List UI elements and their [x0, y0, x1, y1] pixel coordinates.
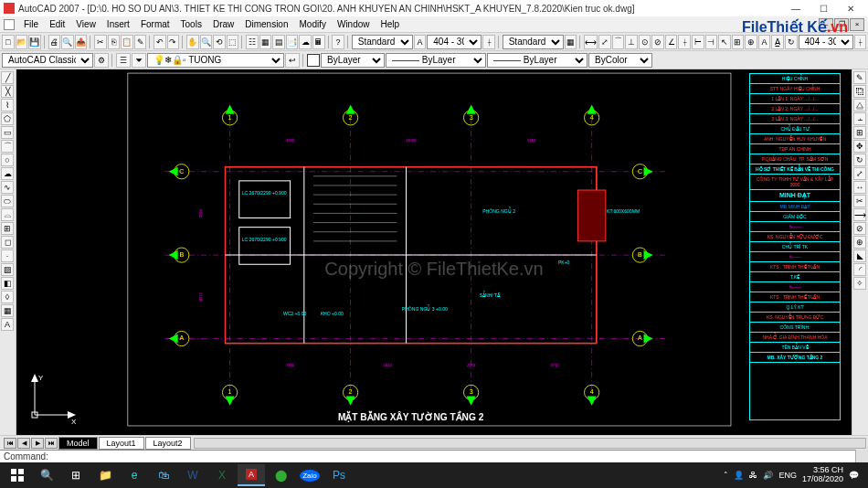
- tab-prev-icon[interactable]: ◀: [17, 438, 30, 449]
- dim-aligned-icon[interactable]: ⤢: [598, 35, 611, 49]
- hscrollbar[interactable]: [194, 438, 866, 449]
- design-center-icon[interactable]: ▦: [259, 35, 272, 49]
- start-button[interactable]: [4, 464, 31, 486]
- dim-center-icon[interactable]: ⊕: [745, 35, 757, 49]
- plot-icon[interactable]: 🖨: [48, 35, 61, 49]
- save-icon[interactable]: 💾: [28, 35, 41, 49]
- circle-icon[interactable]: ○: [1, 154, 14, 166]
- redo-icon[interactable]: ↷: [167, 35, 180, 49]
- workspace-settings-icon[interactable]: ⚙: [94, 53, 109, 68]
- layer-prev-icon[interactable]: ↩: [285, 53, 300, 68]
- mtext-icon[interactable]: A: [1, 318, 14, 331]
- sheet-set-icon[interactable]: 📑: [286, 35, 299, 49]
- polygon-icon[interactable]: ⬠: [1, 112, 14, 125]
- calc-icon[interactable]: 🖩: [312, 35, 325, 49]
- undo-icon[interactable]: ↶: [153, 35, 166, 49]
- layer-filter-icon[interactable]: ⏷: [132, 53, 146, 68]
- tab-layout1[interactable]: Layout1: [99, 437, 144, 450]
- autocad-task-icon[interactable]: A: [238, 464, 265, 486]
- arc-icon[interactable]: ⌒: [1, 140, 14, 153]
- menu-window[interactable]: Window: [332, 17, 376, 31]
- tab-last-icon[interactable]: ⏭: [45, 438, 58, 449]
- textstyle-icon[interactable]: A: [414, 35, 427, 49]
- layer-manager-icon[interactable]: ☰: [116, 53, 131, 68]
- dim-tolerance-icon[interactable]: ⊞: [732, 35, 745, 49]
- dim-leader-icon[interactable]: ↖: [718, 35, 731, 49]
- mdi-close[interactable]: ×: [850, 18, 864, 31]
- new-icon[interactable]: □: [2, 35, 15, 49]
- dim-continue-icon[interactable]: ⊣: [705, 35, 718, 49]
- paste-icon[interactable]: 📋: [121, 35, 133, 49]
- mdi-minimize[interactable]: –: [819, 18, 833, 31]
- markup-icon[interactable]: ☁: [299, 35, 312, 49]
- chamfer-icon[interactable]: ◣: [853, 249, 866, 262]
- menu-insert[interactable]: Insert: [101, 17, 135, 31]
- offset-icon[interactable]: ⫠: [853, 112, 866, 125]
- scale-icon[interactable]: ⤢: [853, 167, 866, 180]
- textstyle-select[interactable]: Standard: [352, 35, 413, 49]
- help-icon[interactable]: ?: [332, 35, 344, 49]
- drawing-canvas[interactable]: 1 2 3 4 1 2 3 4 A B C A B C: [16, 69, 852, 435]
- rotate-icon[interactable]: ↻: [853, 154, 866, 166]
- dim-update-icon[interactable]: ↻: [785, 35, 798, 49]
- extend-icon[interactable]: ⟶: [853, 208, 866, 221]
- tray-network-icon[interactable]: 🖧: [749, 471, 757, 480]
- dimstyle-manager-icon[interactable]: ⟊: [854, 35, 867, 49]
- explorer-icon[interactable]: 📁: [91, 464, 119, 486]
- match-icon[interactable]: ✎: [134, 35, 147, 49]
- dim-tedit-icon[interactable]: A̲: [771, 35, 784, 49]
- properties-icon[interactable]: ☷: [246, 35, 259, 49]
- hatch-icon[interactable]: ▨: [1, 263, 14, 276]
- rectangle-icon[interactable]: ▭: [1, 126, 14, 139]
- line-icon[interactable]: ╱: [1, 71, 14, 84]
- menu-view[interactable]: View: [70, 17, 101, 31]
- zoom-icon[interactable]: 🔍: [200, 35, 213, 49]
- edge-icon[interactable]: e: [121, 464, 148, 486]
- color-select[interactable]: ByLayer: [321, 53, 385, 68]
- preview-icon[interactable]: 🔍: [61, 35, 74, 49]
- open-icon[interactable]: 📂: [16, 35, 28, 49]
- plotstyle-select[interactable]: ByColor: [588, 53, 652, 68]
- gradient-icon[interactable]: ◧: [1, 277, 14, 290]
- insert-icon[interactable]: ⊞: [1, 222, 14, 235]
- tray-lang[interactable]: ENG: [778, 471, 797, 480]
- menu-help[interactable]: Help: [376, 17, 406, 31]
- taskview-icon[interactable]: ⊞: [62, 464, 90, 486]
- dimstyle2-select[interactable]: 404 - 30: [799, 35, 853, 49]
- search-icon[interactable]: 🔍: [33, 464, 60, 486]
- tool-palettes-icon[interactable]: ▤: [272, 35, 285, 49]
- table-icon[interactable]: ▦: [1, 304, 14, 317]
- move-icon[interactable]: ✥: [853, 140, 866, 153]
- dim-ordinate-icon[interactable]: ⊥: [625, 35, 638, 49]
- copy2-icon[interactable]: ⿻: [853, 85, 866, 98]
- menu-modify[interactable]: Modify: [294, 17, 332, 31]
- app2-icon[interactable]: ⬤: [267, 464, 294, 486]
- trim-icon[interactable]: ✂: [853, 195, 866, 207]
- copy-icon[interactable]: ⎘: [108, 35, 121, 49]
- erase-icon[interactable]: ✎: [853, 71, 866, 84]
- excel-icon[interactable]: X: [208, 464, 236, 486]
- zoom-window-icon[interactable]: ⬚: [227, 35, 239, 49]
- maximize-button[interactable]: ☐: [810, 0, 837, 16]
- dimstyle-select[interactable]: 404 - 30: [427, 35, 482, 49]
- block-icon[interactable]: ◻: [1, 236, 14, 249]
- tray-notifications-icon[interactable]: 💬: [849, 471, 859, 480]
- zalo-icon[interactable]: Zalo: [296, 464, 323, 486]
- pline-icon[interactable]: ⌇: [1, 99, 14, 111]
- linetype-select[interactable]: ——— ByLayer: [386, 53, 486, 68]
- region-icon[interactable]: ◊: [1, 291, 14, 303]
- dim-quick-icon[interactable]: ⟊: [678, 35, 691, 49]
- close-button[interactable]: ✕: [837, 0, 864, 16]
- dim-angular-icon[interactable]: ∠: [665, 35, 678, 49]
- tab-first-icon[interactable]: ⏮: [4, 438, 16, 449]
- dim-baseline-icon[interactable]: ⊢: [692, 35, 704, 49]
- mdi-restore[interactable]: ❐: [834, 18, 849, 31]
- word-icon[interactable]: W: [179, 464, 206, 486]
- menu-draw[interactable]: Draw: [207, 17, 239, 31]
- store-icon[interactable]: 🛍: [150, 464, 177, 486]
- break-icon[interactable]: ⊘: [853, 222, 866, 235]
- photoshop-icon[interactable]: Ps: [325, 464, 353, 486]
- lineweight-select[interactable]: ——— ByLayer: [487, 53, 587, 68]
- fillet-icon[interactable]: ◜: [853, 263, 866, 276]
- menu-edit[interactable]: Edit: [44, 17, 70, 31]
